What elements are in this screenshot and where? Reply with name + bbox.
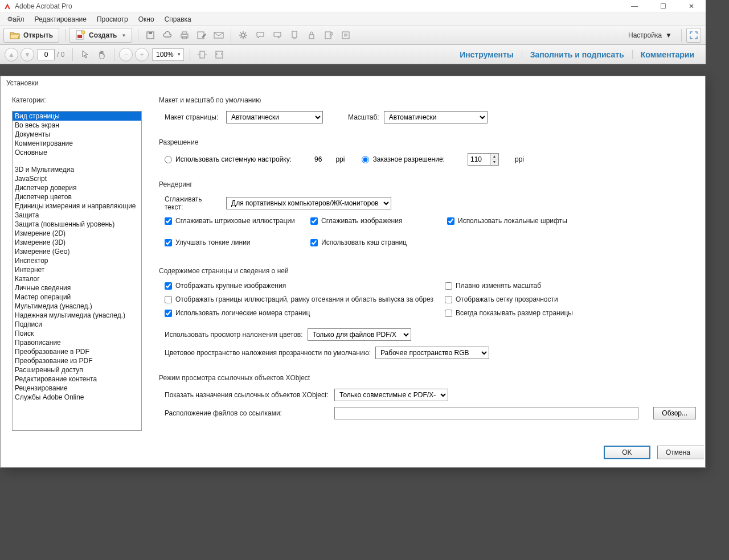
cloud-icon[interactable] bbox=[160, 28, 175, 43]
spin-down[interactable]: ▼ bbox=[490, 159, 498, 165]
zoom-select[interactable]: 100% ▼ bbox=[152, 48, 184, 61]
category-item[interactable]: Защита bbox=[13, 211, 141, 220]
smooth-images-checkbox[interactable] bbox=[310, 217, 318, 225]
large-images-checkbox[interactable] bbox=[165, 282, 172, 290]
categories-listbox[interactable]: Вид страницы Во весь экран Документы Ком… bbox=[12, 111, 142, 431]
category-item[interactable]: Мастер операций bbox=[13, 293, 141, 302]
fit-width-icon[interactable] bbox=[195, 47, 210, 62]
print-icon[interactable] bbox=[177, 28, 192, 43]
art-box-checkbox[interactable] bbox=[165, 296, 172, 303]
customize-toolbar-button[interactable]: Настройка ▼ bbox=[622, 29, 678, 42]
category-item[interactable]: Комментирование bbox=[13, 139, 141, 148]
menu-edit[interactable]: Редактирование bbox=[30, 14, 92, 25]
cancel-button[interactable]: Отмена bbox=[657, 446, 704, 459]
menu-window[interactable]: Окно bbox=[133, 14, 159, 25]
category-item[interactable]: Редактирование контента bbox=[13, 374, 141, 384]
open-button[interactable]: Открыть bbox=[3, 28, 59, 43]
system-resolution-radio[interactable] bbox=[165, 156, 172, 163]
menu-view[interactable]: Просмотр bbox=[92, 14, 133, 25]
category-item[interactable]: Измерение (3D) bbox=[13, 238, 141, 247]
logical-pages-checkbox[interactable] bbox=[165, 310, 172, 317]
category-item[interactable]: Подписи bbox=[13, 320, 141, 329]
custom-resolution-spinner[interactable]: ▲▼ bbox=[468, 153, 499, 166]
fill-sign-panel-link[interactable]: Заполнить и подписать bbox=[522, 50, 632, 59]
page-cache-checkbox[interactable] bbox=[310, 239, 318, 246]
thin-lines-checkbox[interactable] bbox=[165, 239, 172, 246]
zoom-out-button[interactable]: − bbox=[119, 48, 133, 61]
ok-button[interactable]: OK bbox=[604, 446, 650, 459]
page-layout-select[interactable]: Автоматически bbox=[226, 111, 323, 123]
xobject-show-select[interactable]: Только совместимые с PDF/X-5 bbox=[334, 389, 448, 401]
blend-space-select[interactable]: Рабочее пространство RGB bbox=[375, 347, 489, 359]
transparency-grid-checkbox[interactable] bbox=[445, 296, 452, 303]
tools-panel-link[interactable]: Инструменты bbox=[452, 50, 522, 59]
category-item[interactable]: Службы Adobe Online bbox=[13, 393, 141, 402]
category-item[interactable]: Основные bbox=[13, 148, 141, 157]
page-number-input[interactable] bbox=[38, 49, 55, 60]
fit-page-icon[interactable] bbox=[212, 47, 227, 62]
svg-rect-23 bbox=[200, 51, 204, 58]
category-item[interactable]: Правописание bbox=[13, 338, 141, 347]
category-item[interactable]: Расширенный доступ bbox=[13, 365, 141, 374]
category-item[interactable]: Надежная мультимедиа (унаслед.) bbox=[13, 311, 141, 320]
comments-panel-link[interactable]: Комментарии bbox=[632, 50, 702, 59]
category-item[interactable]: Преобразование из PDF bbox=[13, 356, 141, 365]
page-up-button[interactable]: ▲ bbox=[5, 48, 18, 61]
create-button[interactable]: Создать ▼ bbox=[69, 28, 132, 43]
smooth-text-select[interactable]: Для портативных компьютеров/ЖК-мониторов bbox=[226, 197, 391, 209]
attachment-icon[interactable] bbox=[287, 28, 302, 43]
category-item[interactable]: 3D и Мультимедиа bbox=[13, 165, 141, 174]
ppi-label-2: ppi bbox=[515, 155, 524, 163]
category-item[interactable]: Интернет bbox=[13, 265, 141, 274]
smooth-lineart-checkbox[interactable] bbox=[165, 217, 172, 225]
category-item[interactable]: Диспетчер доверия bbox=[13, 183, 141, 192]
comment-icon[interactable] bbox=[253, 28, 268, 43]
custom-resolution-input[interactable] bbox=[468, 155, 490, 163]
menu-file[interactable]: Файл bbox=[2, 14, 30, 25]
category-item[interactable]: Измерение (Geo) bbox=[13, 247, 141, 256]
close-button[interactable]: ✕ bbox=[683, 2, 700, 10]
share-icon[interactable] bbox=[270, 28, 285, 43]
category-item[interactable]: Инспектор bbox=[13, 256, 141, 265]
maximize-button[interactable]: ☐ bbox=[654, 2, 671, 10]
category-item[interactable]: Единицы измерения и направляющие bbox=[13, 201, 141, 211]
local-fonts-checkbox[interactable] bbox=[447, 217, 454, 225]
category-item[interactable]: Поиск bbox=[13, 329, 141, 338]
category-item[interactable]: Преобразование в PDF bbox=[13, 347, 141, 356]
open-label: Открыть bbox=[23, 31, 53, 39]
category-item[interactable]: Во весь экран bbox=[13, 121, 141, 130]
category-item[interactable]: JavaScript bbox=[13, 174, 141, 183]
lock-icon[interactable] bbox=[304, 28, 319, 43]
gear-icon[interactable] bbox=[236, 28, 251, 43]
smooth-zoom-checkbox[interactable] bbox=[445, 282, 452, 290]
system-ppi-value: 96 bbox=[314, 155, 322, 163]
hand-icon[interactable] bbox=[95, 47, 109, 62]
category-item[interactable]: Измерение (2D) bbox=[13, 229, 141, 238]
overprint-select[interactable]: Только для файлов PDF/X bbox=[308, 328, 411, 341]
mail-icon[interactable] bbox=[211, 28, 226, 43]
category-item[interactable]: Мультимедиа (унаслед.) bbox=[13, 302, 141, 311]
custom-resolution-radio[interactable] bbox=[362, 156, 369, 163]
spin-up[interactable]: ▲ bbox=[490, 154, 498, 159]
category-item[interactable]: Личные сведения bbox=[13, 283, 141, 293]
xobject-files-input[interactable] bbox=[334, 407, 638, 419]
form-icon[interactable] bbox=[338, 28, 353, 43]
browse-button[interactable]: Обзор... bbox=[653, 407, 696, 419]
category-item[interactable]: Рецензирование bbox=[13, 384, 141, 393]
page-down-button[interactable]: ▼ bbox=[21, 48, 34, 61]
minimize-button[interactable]: — bbox=[626, 2, 643, 10]
sign-icon[interactable] bbox=[321, 28, 336, 43]
always-page-size-checkbox[interactable] bbox=[445, 310, 452, 317]
category-item[interactable]: Документы bbox=[13, 130, 141, 139]
zoom-select[interactable]: Автоматически bbox=[384, 111, 488, 123]
category-item[interactable]: Диспетчер цветов bbox=[13, 192, 141, 201]
fullscreen-icon[interactable] bbox=[686, 28, 701, 43]
menu-help[interactable]: Справка bbox=[159, 14, 196, 25]
zoom-in-button[interactable]: + bbox=[135, 48, 149, 61]
save-icon[interactable] bbox=[143, 28, 158, 43]
category-item[interactable]: Каталог bbox=[13, 274, 141, 283]
pointer-icon[interactable] bbox=[77, 47, 92, 62]
category-item[interactable]: Защита (повышенный уровень) bbox=[13, 220, 141, 229]
edit-text-icon[interactable] bbox=[194, 28, 209, 43]
category-item[interactable]: Вид страницы bbox=[13, 112, 141, 121]
